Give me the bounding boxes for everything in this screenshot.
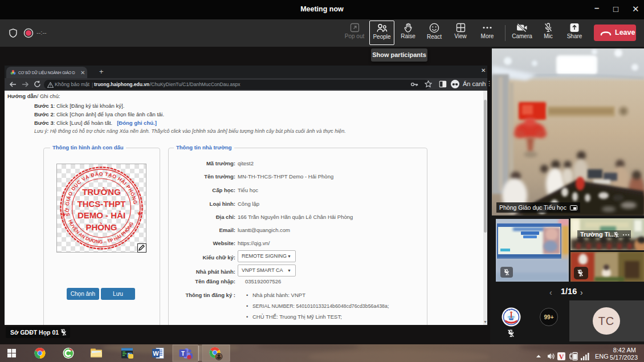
svg-text:PHÒNG: PHÒNG [85, 222, 117, 232]
svg-text:★: ★ [137, 210, 142, 217]
svg-text:T: T [181, 351, 185, 357]
svg-text:THCS-THPT: THCS-THPT [78, 199, 126, 209]
svg-text:Trường Ti...: Trường Ti... [580, 231, 615, 238]
svg-text:W: W [153, 350, 159, 357]
svg-text:DEMO - HẢI: DEMO - HẢI [78, 210, 125, 220]
svg-text:★: ★ [61, 211, 67, 218]
svg-text:TRƯỜNG: TRƯỜNG [82, 187, 121, 197]
svg-text:5/17/2023: 5/17/2023 [610, 354, 638, 361]
svg-text:8:42 AM: 8:42 AM [613, 347, 636, 353]
svg-text:ENG: ENG [595, 353, 609, 360]
svg-text:V: V [559, 353, 564, 361]
svg-text:T: T [505, 311, 506, 314]
